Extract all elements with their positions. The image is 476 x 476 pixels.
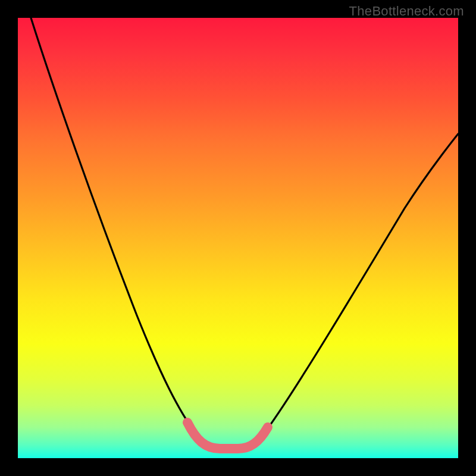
curve-layer [18, 18, 458, 458]
bottleneck-curve [31, 18, 458, 449]
highlight-band [187, 422, 268, 449]
watermark-text: TheBottleneck.com [349, 4, 464, 19]
plot-area [18, 18, 458, 458]
chart-container: TheBottleneck.com [0, 0, 476, 476]
